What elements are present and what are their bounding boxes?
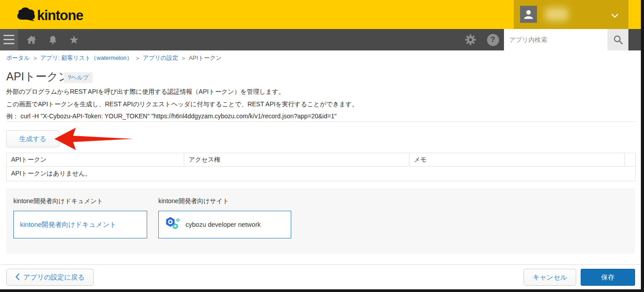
person-icon <box>523 8 534 20</box>
back-to-settings-button[interactable]: アプリの設定に戻る <box>6 269 94 286</box>
user-menu[interactable] <box>514 0 628 29</box>
breadcrumb-portal[interactable]: ポータル <box>6 54 30 62</box>
table-header-row: APIトークン アクセス権 メモ <box>7 153 636 167</box>
breadcrumb-app-settings[interactable]: アプリの設定 <box>143 54 178 62</box>
kintone-cloud-icon <box>15 6 36 25</box>
user-name-redacted <box>545 8 568 21</box>
breadcrumb: ポータル > アプリ: 顧客リスト（watermelon） > アプリの設定 >… <box>6 54 222 62</box>
search-icon <box>613 34 623 45</box>
question-icon: ? <box>487 34 499 46</box>
notifications-button[interactable] <box>44 29 62 50</box>
search-button[interactable] <box>607 29 628 50</box>
developer-docs-link-box[interactable]: kintone開発者向けドキュメント <box>13 211 147 238</box>
window-bottom-edge <box>0 289 644 292</box>
empty-state-message: APIトークンはありません。 <box>7 167 636 181</box>
kintone-api-token-page: kintone <box>0 0 644 292</box>
breadcrumb-app[interactable]: アプリ: 顧客リスト（watermelon） <box>41 54 132 62</box>
search-input[interactable] <box>504 29 607 50</box>
page-description: 外部のプログラムからREST APIを呼び出す際に使用する認証情報（APIトーク… <box>6 86 358 123</box>
footer-divider <box>0 264 641 265</box>
developer-network-link-box[interactable]: cybozu developer network <box>158 211 291 238</box>
back-button-label: アプリの設定に戻る <box>23 273 84 282</box>
kintone-logo[interactable]: kintone <box>15 6 83 25</box>
chevron-down-icon <box>611 12 619 20</box>
help-link[interactable]: ?ヘルプ <box>64 72 93 83</box>
breadcrumb-separator: > <box>33 55 37 62</box>
developer-links-panel: kintone開発者向けドキュメント kintone開発者向けサイト kinto… <box>6 188 635 254</box>
column-header-api-token: APIトークン <box>7 153 184 167</box>
site-section-label: kintone開発者向けサイト <box>158 197 229 205</box>
settings-button[interactable] <box>462 29 479 50</box>
column-header-access-rights: アクセス権 <box>184 153 409 167</box>
doc-section-label: kintone開発者向けドキュメント <box>13 197 103 205</box>
home-icon <box>26 34 37 45</box>
column-header-memo: メモ <box>409 153 625 167</box>
gear-icon <box>465 34 476 46</box>
home-button[interactable] <box>22 29 40 50</box>
developer-docs-link[interactable]: kintone開発者向けドキュメント <box>20 221 116 229</box>
cancel-button[interactable]: キャンセル <box>524 269 576 286</box>
breadcrumb-current: APIトークン <box>189 54 222 62</box>
chevron-left-icon <box>15 273 20 282</box>
breadcrumb-separator: > <box>182 55 186 62</box>
hamburger-menu-button[interactable] <box>0 29 18 50</box>
top-header-bar: kintone <box>0 0 641 29</box>
description-line-example: 例： curl -H "X-Cybozu-API-Token: YOUR_TOK… <box>6 110 358 123</box>
description-line: この画面でAPIトークンを生成し、REST APIのリクエストヘッダに付与するこ… <box>6 98 358 111</box>
brand-wordmark: kintone <box>37 8 83 24</box>
bell-icon <box>48 34 58 45</box>
red-arrow-annotation <box>53 126 135 153</box>
developer-network-link[interactable]: cybozu developer network <box>186 221 260 228</box>
breadcrumb-separator: > <box>136 55 140 62</box>
api-token-table: APIトークン アクセス権 メモ APIトークンはありません。 <box>6 153 636 181</box>
avatar <box>520 6 537 23</box>
column-header-actions <box>625 153 636 167</box>
save-button[interactable]: 保存 <box>581 269 635 286</box>
star-icon: ★ <box>69 34 79 46</box>
table-row: APIトークンはありません。 <box>7 167 636 181</box>
help-button[interactable]: ? <box>484 29 502 50</box>
section-divider <box>6 121 635 122</box>
description-line: 外部のプログラムからREST APIを呼び出す際に使用する認証情報（APIトーク… <box>6 86 358 98</box>
window-right-edge <box>641 0 644 292</box>
favorites-button[interactable]: ★ <box>65 29 83 50</box>
page-title: APIトークン <box>6 69 70 84</box>
cybozu-gears-icon <box>165 216 181 234</box>
arrow-left-icon <box>53 126 135 151</box>
generate-token-button[interactable]: 生成する <box>6 130 59 147</box>
